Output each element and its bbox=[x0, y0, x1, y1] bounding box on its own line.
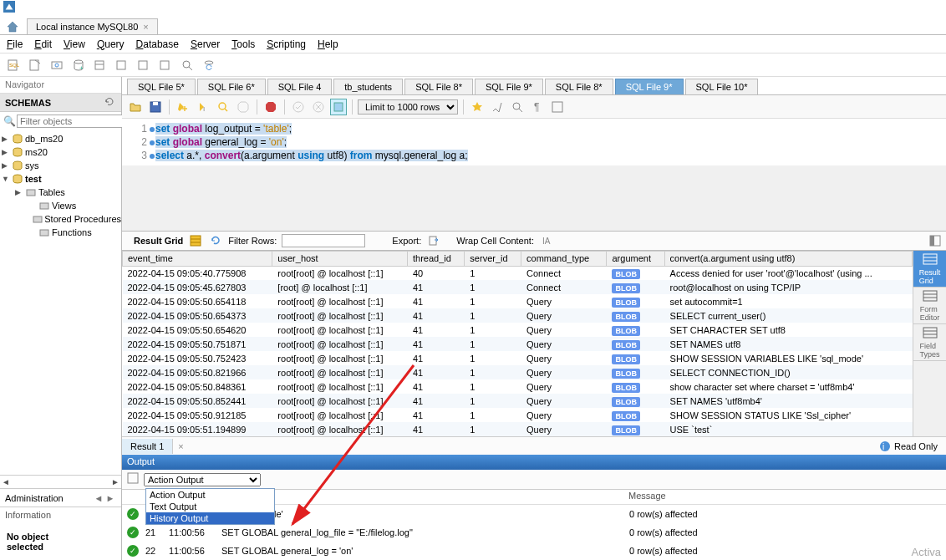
information-tab[interactable]: Information bbox=[0, 507, 121, 523]
sql-tab[interactable]: SQL File 10* bbox=[685, 79, 759, 94]
menu-server[interactable]: Server bbox=[191, 38, 220, 50]
dropdown-option[interactable]: Action Output bbox=[146, 489, 274, 501]
table-row[interactable]: 2022-04-15 09:05:50.848361root[root] @ l… bbox=[123, 379, 913, 394]
menu-query[interactable]: Query bbox=[97, 38, 125, 50]
column-header[interactable]: server_id bbox=[465, 251, 521, 266]
tree-node[interactable]: ▶ms20 bbox=[0, 145, 121, 159]
invisible-chars-icon[interactable]: ¶ bbox=[529, 99, 546, 115]
tree-node[interactable]: Stored Procedures bbox=[0, 212, 121, 226]
find-icon[interactable] bbox=[509, 99, 526, 115]
open-file-icon[interactable] bbox=[127, 99, 144, 115]
table-row[interactable]: 2022-04-15 09:05:51.194899root[root] @ l… bbox=[123, 422, 913, 436]
open-sql-icon[interactable] bbox=[27, 57, 43, 74]
commit-icon[interactable] bbox=[290, 99, 307, 115]
inspector-icon[interactable] bbox=[48, 57, 65, 74]
table-row[interactable]: 2022-04-15 09:05:50.654620root[root] @ l… bbox=[123, 323, 913, 337]
dropdown-option[interactable]: Text Output bbox=[146, 501, 274, 512]
nav-next-icon[interactable]: ► bbox=[104, 493, 116, 503]
result-tab[interactable]: Result 1 bbox=[122, 439, 173, 454]
table-row[interactable]: 2022-04-15 09:05:50.852441root[root] @ l… bbox=[123, 394, 913, 408]
side-tab[interactable]: Form Editor bbox=[913, 288, 946, 324]
output-row[interactable]: ✓2111:00:56SET GLOBAL general_log_file =… bbox=[122, 523, 946, 542]
view-add-icon[interactable] bbox=[114, 57, 130, 74]
autocommit-icon[interactable] bbox=[330, 99, 347, 115]
output-dropdown[interactable]: Action OutputText OutputHistory Output bbox=[145, 488, 275, 525]
reconnect-icon[interactable] bbox=[201, 57, 217, 74]
db-add-icon[interactable]: + bbox=[70, 57, 87, 74]
proc-add-icon[interactable] bbox=[135, 57, 152, 74]
menu-tools[interactable]: Tools bbox=[231, 38, 255, 50]
output-type-select[interactable]: Action Output bbox=[144, 473, 261, 486]
table-row[interactable]: 2022-04-15 09:05:50.654373root[root] @ l… bbox=[123, 308, 913, 323]
menu-scripting[interactable]: Scripting bbox=[267, 38, 306, 50]
sql-tab[interactable]: SQL File 8* bbox=[404, 79, 473, 94]
administration-tab[interactable]: Administration ◄► bbox=[0, 488, 121, 507]
explain-icon[interactable] bbox=[215, 99, 231, 115]
sql-tab[interactable]: tb_students bbox=[333, 79, 403, 94]
sql-tab[interactable]: SQL File 4 bbox=[267, 79, 333, 94]
dropdown-option[interactable]: History Output bbox=[146, 512, 274, 524]
menu-edit[interactable]: Edit bbox=[34, 38, 52, 50]
nav-scrollbar[interactable]: ◄► bbox=[0, 475, 121, 488]
beautify-icon[interactable] bbox=[469, 99, 486, 115]
brush-icon[interactable] bbox=[489, 99, 506, 115]
column-header[interactable]: argument bbox=[607, 251, 664, 266]
filter-rows-input[interactable] bbox=[282, 234, 365, 247]
panel-toggle-icon[interactable] bbox=[928, 233, 943, 248]
column-header[interactable]: user_host bbox=[272, 251, 408, 266]
refresh-result-icon[interactable] bbox=[208, 233, 223, 248]
rollback-icon[interactable] bbox=[310, 99, 327, 115]
code-editor[interactable]: 1set global log_output = 'table';2set gl… bbox=[122, 119, 946, 165]
menu-database[interactable]: Database bbox=[136, 38, 179, 50]
tree-node[interactable]: Views bbox=[0, 199, 121, 212]
tree-node[interactable]: ▶Tables bbox=[0, 186, 121, 199]
output-row[interactable]: ✓2211:00:56SET GLOBAL general_log = 'on'… bbox=[122, 542, 946, 560]
sql-tab[interactable]: SQL File 9* bbox=[615, 79, 684, 94]
tree-node[interactable]: Functions bbox=[0, 226, 121, 239]
grid-icon[interactable] bbox=[188, 233, 203, 248]
table-row[interactable]: 2022-04-15 09:05:50.752423root[root] @ l… bbox=[123, 351, 913, 365]
table-row[interactable]: 2022-04-15 09:05:45.627803[root] @ local… bbox=[123, 280, 913, 294]
menu-help[interactable]: Help bbox=[318, 38, 338, 50]
filter-input[interactable] bbox=[17, 115, 139, 128]
table-row[interactable]: 2022-04-15 09:05:50.654118root[root] @ l… bbox=[123, 294, 913, 308]
table-row[interactable]: 2022-04-15 09:05:40.775908root[root] @ l… bbox=[123, 266, 913, 280]
home-icon[interactable] bbox=[5, 19, 20, 34]
stop-query-icon[interactable] bbox=[235, 99, 252, 115]
nav-prev-icon[interactable]: ◄ bbox=[93, 493, 104, 503]
table-row[interactable]: 2022-04-15 09:05:50.912185root[root] @ l… bbox=[123, 408, 913, 422]
new-sql-icon[interactable]: SQL bbox=[5, 57, 22, 74]
menu-view[interactable]: View bbox=[64, 38, 85, 50]
tree-node[interactable]: ▶sys bbox=[0, 159, 121, 172]
sql-tab[interactable]: SQL File 8* bbox=[545, 79, 613, 94]
tree-node[interactable]: ▶db_ms20 bbox=[0, 132, 121, 145]
side-tab[interactable]: Field Types bbox=[913, 324, 946, 361]
save-icon[interactable] bbox=[147, 99, 164, 115]
tree-node[interactable]: ▼test bbox=[0, 172, 121, 186]
side-tab[interactable]: Result Grid bbox=[913, 251, 946, 288]
connection-tab[interactable]: Local instance MySQL80 × bbox=[27, 18, 158, 34]
column-header[interactable]: thread_id bbox=[407, 251, 464, 266]
func-add-icon[interactable] bbox=[157, 57, 174, 74]
column-header[interactable]: event_time bbox=[123, 251, 272, 266]
column-header[interactable]: command_type bbox=[521, 251, 607, 266]
sql-tab[interactable]: SQL File 9* bbox=[475, 79, 543, 94]
refresh-icon[interactable] bbox=[104, 97, 116, 109]
table-row[interactable]: 2022-04-15 09:05:50.751871root[root] @ l… bbox=[123, 337, 913, 351]
execute-icon[interactable] bbox=[175, 99, 191, 115]
output-panel-icon[interactable] bbox=[127, 472, 139, 486]
wrap-icon[interactable] bbox=[549, 99, 566, 115]
table-add-icon[interactable] bbox=[92, 57, 109, 74]
column-header[interactable]: convert(a.argument using utf8) bbox=[664, 251, 912, 266]
execute-current-icon[interactable]: I bbox=[195, 99, 211, 115]
export-icon[interactable] bbox=[426, 233, 441, 248]
result-grid[interactable]: event_timeuser_hostthread_idserver_idcom… bbox=[122, 251, 913, 437]
table-row[interactable]: 2022-04-15 09:05:50.821966root[root] @ l… bbox=[123, 365, 913, 379]
menu-file[interactable]: File bbox=[7, 38, 23, 50]
search-icon[interactable] bbox=[179, 57, 196, 74]
stop-icon[interactable] bbox=[262, 99, 279, 115]
sql-tab[interactable]: SQL File 5* bbox=[127, 79, 196, 94]
limit-select[interactable]: Limit to 1000 rows bbox=[358, 99, 458, 115]
sql-tab[interactable]: SQL File 6* bbox=[197, 79, 266, 94]
close-icon[interactable]: × bbox=[143, 22, 148, 32]
